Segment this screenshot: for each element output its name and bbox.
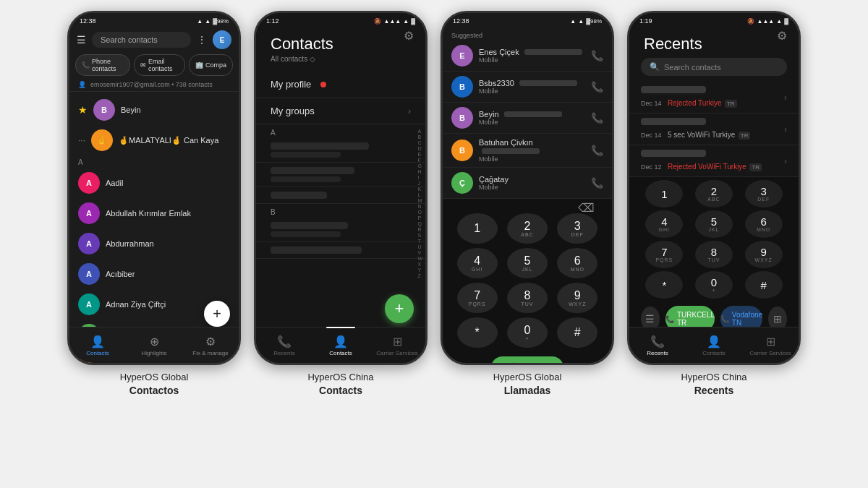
- list-item[interactable]: [256, 218, 425, 242]
- dial-key-8[interactable]: 8TUV: [695, 241, 733, 268]
- list-item[interactable]: Ç Çağatay Mobile 📞: [443, 168, 612, 199]
- dial-key-0[interactable]: 0+: [695, 271, 733, 299]
- dial-key-6[interactable]: 6MNO: [745, 210, 783, 238]
- nav-contacts[interactable]: 👤 Contacts: [69, 328, 126, 363]
- phone-number-blurred: [519, 80, 577, 86]
- nav-contacts[interactable]: 👤 Contacts: [686, 328, 742, 363]
- gear-icon[interactable]: ⚙: [777, 29, 787, 43]
- more-icon[interactable]: ⋮: [197, 34, 207, 46]
- mute-icon: 🔕: [374, 18, 381, 25]
- list-item[interactable]: [256, 138, 425, 163]
- dial-key-7[interactable]: 7PQRS: [645, 241, 683, 268]
- flag-badge: TR: [739, 132, 751, 140]
- list-item[interactable]: A Aadil: [69, 168, 239, 198]
- call-button[interactable]: 📞 Call: [491, 356, 563, 363]
- list-item[interactable]: E Enes Çiçek Mobile 📞: [443, 40, 612, 72]
- phone-icon: 📞: [82, 61, 90, 69]
- add-contact-button[interactable]: +: [204, 301, 230, 327]
- dial-key-9[interactable]: 9WXYZ: [745, 241, 783, 268]
- search-bar[interactable]: Search contacts: [92, 32, 191, 48]
- call-icon[interactable]: 📞: [591, 50, 603, 61]
- dial-key-2[interactable]: 2ABC: [507, 213, 548, 244]
- call-icon[interactable]: 📞: [591, 145, 603, 156]
- dial-key-6[interactable]: 6MNO: [557, 248, 597, 278]
- list-item[interactable]: A Abdullah Kırımlar Emlak: [69, 198, 239, 228]
- gear-icon[interactable]: ⚙: [404, 29, 414, 43]
- phone-number-blurred: [504, 111, 562, 117]
- call-icon[interactable]: 📞: [591, 177, 603, 189]
- list-item[interactable]: Dec 12 Rejected VoWiFi Turkiye TR ›: [629, 145, 799, 177]
- dial-key-8[interactable]: 8TUV: [507, 283, 548, 313]
- dial-key-4[interactable]: 4GHI: [457, 248, 498, 278]
- my-profile-row[interactable]: My profile: [256, 70, 425, 98]
- list-item[interactable]: [256, 163, 425, 187]
- alpha-bar: AB CD EF GH IJ KL MN OP QR ST UV WX YZ: [417, 129, 422, 278]
- list-item[interactable]: B Batuhan Çivkın Mobile 📞: [443, 134, 612, 168]
- dial-num: *: [475, 327, 480, 338]
- nav-recents-label: Recents: [647, 350, 668, 356]
- dial-key-1[interactable]: 1: [457, 213, 498, 244]
- contact-info: Batuhan Çivkın Mobile: [479, 138, 585, 163]
- nav-highlights[interactable]: ⊕ Highlights: [126, 328, 182, 363]
- dial-key-5[interactable]: 5JKL: [695, 210, 733, 238]
- dial-key-star[interactable]: *: [645, 271, 683, 299]
- nav-carrier-services[interactable]: ⊞ Carrier Services: [369, 328, 425, 363]
- phone3-time: 12:38: [453, 17, 469, 25]
- dial-key-3[interactable]: 3DEF: [557, 213, 597, 244]
- tab-company-label: Compa: [205, 61, 226, 69]
- bottom-nav: 📞 Recents 👤 Contacts ⊞ Carrier Services: [256, 327, 425, 363]
- avatar[interactable]: E: [213, 30, 231, 49]
- dial-key-0[interactable]: 0+: [507, 317, 548, 348]
- call-icon[interactable]: 📞: [591, 112, 603, 124]
- nav-recents[interactable]: 📞 Recents: [629, 328, 686, 363]
- dial-key-3[interactable]: 3DEF: [745, 180, 783, 207]
- list-item[interactable]: B Beyin Mobile 📞: [443, 103, 612, 134]
- my-groups-row[interactable]: My groups ›: [256, 98, 425, 124]
- contact-name: 🤞MALATYALI🤞 Can Kaya: [119, 136, 218, 145]
- avatar: B: [451, 76, 473, 98]
- hamburger-icon[interactable]: ☰: [77, 34, 86, 46]
- dial-key-9[interactable]: 9WXYZ: [557, 283, 597, 313]
- tab-email-contacts[interactable]: ✉ Email contacts: [134, 54, 185, 76]
- call-icon-2: 📞: [720, 315, 729, 323]
- nav-carrier-services[interactable]: ⊞ Carrier Services: [742, 328, 799, 363]
- nav-recents[interactable]: 📞 Recents: [256, 328, 312, 363]
- nav-fix-manage[interactable]: ⚙ Fix & manage: [182, 328, 239, 363]
- list-item[interactable]: A Acıbiber: [69, 259, 239, 289]
- search-icon: 🔍: [650, 62, 660, 72]
- list-item[interactable]: B Bsbs2330 Mobile 📞: [443, 72, 612, 103]
- dial-key-hash[interactable]: #: [557, 317, 597, 348]
- backspace-icon[interactable]: ⌫: [578, 201, 595, 215]
- list-item[interactable]: ··· 🤞 🤞MALATYALI🤞 Can Kaya: [69, 125, 239, 155]
- dial-alpha: +: [712, 288, 715, 293]
- contact-name: Çağatay: [479, 175, 585, 184]
- list-item[interactable]: [256, 242, 425, 259]
- dial-alpha: DEF: [571, 232, 584, 237]
- list-item[interactable]: Dec 14 Rejected Turkiye TR ›: [629, 82, 799, 114]
- dial-key-star[interactable]: *: [457, 317, 498, 348]
- add-contact-button[interactable]: +: [385, 294, 414, 323]
- call-icon[interactable]: 📞: [591, 81, 603, 93]
- section-label: A: [69, 155, 239, 168]
- list-item[interactable]: [256, 187, 425, 204]
- list-item[interactable]: Dec 14 5 sec VoWiFi Turkiye TR ›: [629, 114, 799, 145]
- nav-recents-label: Recents: [273, 350, 294, 356]
- contact-name: Enes Çiçek: [479, 48, 585, 56]
- dial-key-7[interactable]: 7PQRS: [457, 283, 498, 313]
- search-bar[interactable]: 🔍 Search contacts: [641, 58, 787, 76]
- dial-key-4[interactable]: 4GHI: [645, 210, 683, 238]
- dial-key-hash[interactable]: #: [745, 271, 783, 299]
- nav-carrier-label: Carrier Services: [376, 350, 417, 356]
- nav-contacts[interactable]: 👤 Contacts: [312, 328, 369, 363]
- list-item[interactable]: A Abdurrahman: [69, 228, 239, 259]
- list-item[interactable]: ★ B Beyin: [69, 95, 239, 125]
- tab-phone-contacts[interactable]: 📞 Phone contacts: [75, 54, 130, 76]
- recent-date: Dec 14: [641, 132, 662, 139]
- dial-key-5[interactable]: 5JKL: [507, 248, 548, 278]
- phone4-status-icons: 🔕 ▲▲▲ ▲ ▓: [747, 18, 788, 25]
- dial-key-1[interactable]: 1: [645, 180, 683, 207]
- dial-key-2[interactable]: 2ABC: [695, 180, 733, 207]
- phone3-label-bottom: Llamadas: [493, 384, 562, 398]
- dial-alpha: GHI: [659, 227, 670, 232]
- tab-company[interactable]: 🏢 Compa: [189, 54, 233, 76]
